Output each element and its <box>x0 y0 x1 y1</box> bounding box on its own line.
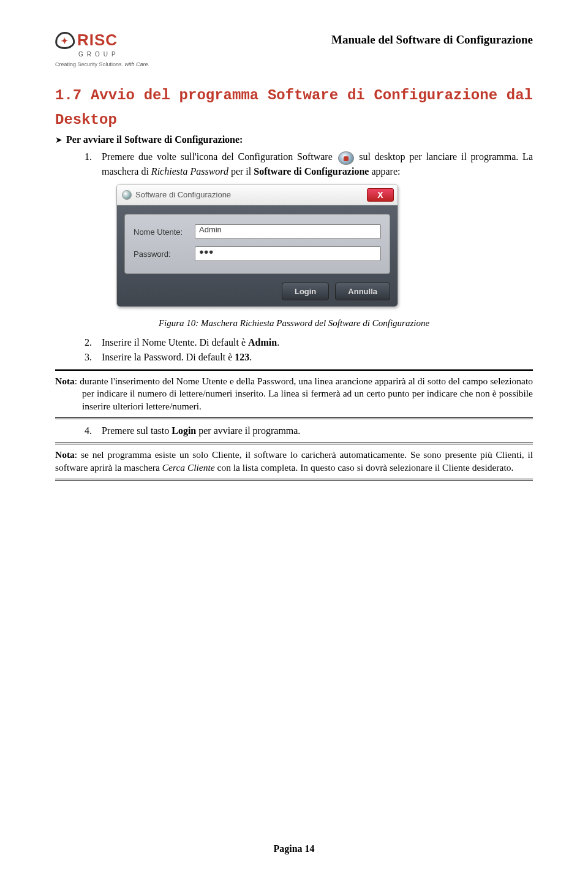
username-input[interactable]: Admin <box>195 224 381 239</box>
arrow-icon: ➤ <box>55 135 62 145</box>
logo-brand-text: RISC <box>77 31 118 50</box>
note-1-label: Nota <box>55 376 75 386</box>
login-form: Nome Utente: Admin Password: ●●● <box>124 214 390 274</box>
step-3-body: Inserire la Password. Di default è 123. <box>102 351 533 364</box>
dialog-app-icon <box>122 190 132 200</box>
step-2: 2. Inserire il Nome Utente. Di default è… <box>85 336 533 349</box>
login-button[interactable]: Login <box>282 283 329 300</box>
step-3-text: Inserire la Password. Di default è <box>102 352 235 362</box>
step-1-text-c: per il <box>228 166 254 177</box>
figure-caption: Figura 10: Maschera Richiesta Password d… <box>55 318 533 329</box>
note-2-text-b: con la lista completa. In questo caso si… <box>215 462 514 473</box>
step-1-bold: Software di Configurazione <box>254 166 369 177</box>
step-3-bold: 123 <box>235 352 249 362</box>
note-2-italic: Cerca Cliente <box>162 462 215 473</box>
document-title: Manuale del Software di Configurazione <box>331 33 533 47</box>
section-heading-line2: Desktop <box>55 112 533 128</box>
step-1: 1. Premere due volte sull'icona del Conf… <box>85 150 533 178</box>
step-3-end: . <box>249 352 252 362</box>
logo-group-text: GROUP <box>78 51 149 58</box>
page-header: ✦ RISC GROUP Creating Security Solutions… <box>55 31 533 67</box>
step-1-body: Premere due volte sull'icona del Configu… <box>102 150 533 178</box>
logo-tag-2: with Care. <box>125 61 150 67</box>
cancel-button[interactable]: Annulla <box>335 283 390 300</box>
note-2: Nota: se nel programma esiste un solo Cl… <box>55 443 533 481</box>
step-num-1: 1. <box>85 150 102 178</box>
step-4-end: per avviare il programma. <box>196 425 300 436</box>
close-button[interactable]: X <box>367 188 394 202</box>
step-2-bold: Admin <box>248 337 277 348</box>
step-1-text-d: appare: <box>369 166 400 177</box>
step-2-text: Inserire il Nome Utente. Di default è <box>102 337 248 348</box>
step-num-4: 4. <box>85 424 102 438</box>
step-4-bold: Login <box>172 425 196 436</box>
logo-tag-1: Creating Security Solutions. <box>55 61 123 67</box>
dialog-title: Software di Configurazione <box>135 190 231 199</box>
step-4-text: Premere sul tasto <box>102 425 172 436</box>
username-label: Nome Utente: <box>134 227 195 237</box>
step-num-3: 3. <box>85 351 102 364</box>
step-2-end: . <box>277 337 279 348</box>
note-1: Nota: durante l'inserimento del Nome Ute… <box>55 369 533 420</box>
step-2-body: Inserire il Nome Utente. Di default è Ad… <box>102 336 533 349</box>
section-heading-line1: 1.7 Avvio del programma Software di Conf… <box>55 86 533 105</box>
step-1-italic: Richiesta Password <box>151 166 228 177</box>
dialog-body: Nome Utente: Admin Password: ●●● Login A… <box>117 205 398 306</box>
note-1-text: : durante l'inserimento del Nome Utente … <box>75 376 533 412</box>
step-3: 3. Inserire la Password. Di default è 12… <box>85 351 533 364</box>
password-label: Password: <box>134 249 195 259</box>
dialog-titlebar: Software di Configurazione X <box>117 184 398 205</box>
procedure-intro-text: Per avviare il Software di Configurazion… <box>66 134 243 145</box>
password-input[interactable]: ●●● <box>195 246 381 261</box>
step-4-body: Premere sul tasto Login per avviare il p… <box>102 424 533 438</box>
procedure-intro: ➤ Per avviare il Software di Configurazi… <box>55 134 533 145</box>
login-dialog-screenshot: Software di Configurazione X Nome Utente… <box>116 184 398 307</box>
config-software-icon <box>338 151 354 165</box>
step-4: 4. Premere sul tasto Login per avviare i… <box>85 424 533 438</box>
step-1-text-a: Premere due volte sull'icona del Configu… <box>102 151 337 162</box>
logo-shield-icon: ✦ <box>55 31 75 50</box>
step-num-2: 2. <box>85 336 102 349</box>
note-2-label: Nota <box>55 449 75 460</box>
page-number: Pagina 14 <box>0 843 588 854</box>
logo-tagline: Creating Security Solutions. with Care. <box>55 61 149 67</box>
brand-logo: ✦ RISC GROUP Creating Security Solutions… <box>55 31 149 67</box>
